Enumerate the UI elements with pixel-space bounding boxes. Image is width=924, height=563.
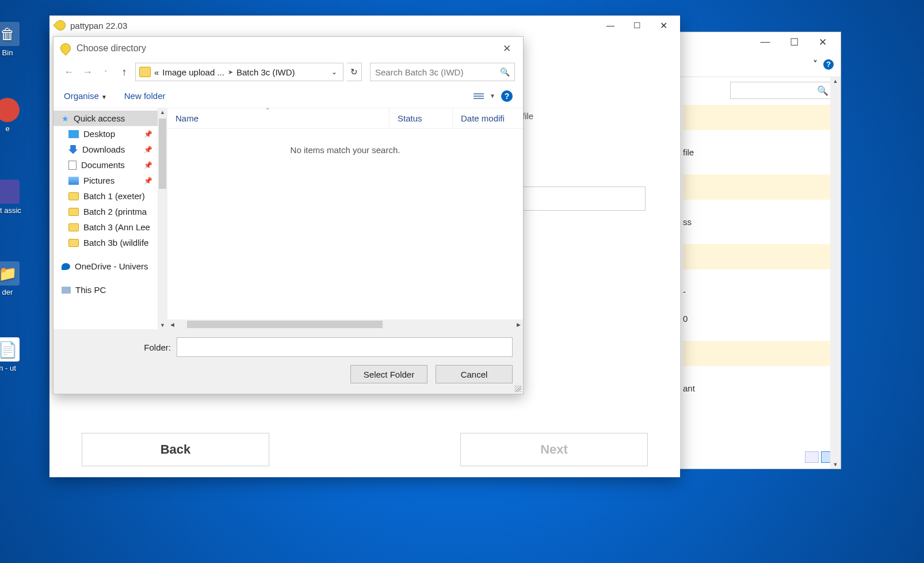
help-icon[interactable]: ? [501,90,513,102]
tree-label: Batch 3 (Ann Lee [83,222,150,232]
scrollbar[interactable] [830,77,841,469]
breadcrumb-prefix: « [154,67,159,77]
desktop-icon-label: der [2,288,13,296]
select-folder-button[interactable]: Select Folder [350,365,427,383]
refresh-button[interactable]: ↻ [347,63,362,81]
nav-back-button[interactable]: ← [62,66,77,78]
peek-label: file [522,111,646,121]
background-window: — ☐ ✕ ˅ ? 🔍 file ss - 0 ant [674,32,841,469]
toolbar: Organise▼ New folder ▼ ? [54,84,523,108]
desktop-icon-recycle-bin[interactable]: 🗑Bin [0,22,28,57]
folder-icon [68,223,79,231]
breadcrumb[interactable]: « Image upload ... ➤ Batch 3c (IWD) ⌄ [135,63,343,81]
nav-up-button[interactable]: ↑ [117,66,132,78]
organise-menu[interactable]: Organise▼ [64,91,107,101]
desktop-icon [68,130,79,138]
folder-label: Folder: [64,343,171,352]
pc-icon [62,287,71,294]
background-title-bar: — ☐ ✕ [675,32,841,52]
app-title: pattypan 22.03 [70,21,127,31]
onedrive-icon [62,263,70,270]
next-button[interactable]: Next [460,433,648,466]
folder-icon [139,67,151,77]
tree-label: Documents [81,160,125,170]
column-status[interactable]: Status [390,108,453,128]
back-button[interactable]: Back [82,433,269,466]
desktop-icon-app[interactable]: e [0,98,28,133]
desktop-icon-shortcut[interactable]: 📄n - ut [0,337,28,372]
help-icon[interactable]: ? [823,59,834,70]
desktop-icon-app[interactable]: oft assic [0,180,28,215]
horizontal-scrollbar[interactable] [167,319,523,329]
pin-icon: 📌 [144,177,152,185]
column-name[interactable]: Name⌃ [167,108,390,128]
close-button[interactable]: ✕ [495,43,518,55]
tree-label: Batch 3b (wildlife [83,238,148,248]
breadcrumb-dropdown[interactable]: ⌄ [329,68,339,76]
chevron-down-icon[interactable]: ˅ [813,59,818,70]
bg-text: ant [683,383,833,393]
choose-directory-dialog: Choose directory ✕ ← → ˅ ↑ « Image uploa… [53,36,524,394]
documents-icon [68,161,77,170]
pin-icon: 📌 [144,146,152,154]
bg-text: 0 [683,314,833,324]
dialog-footer: Folder: Select Folder Cancel [54,329,523,394]
recycle-bin-icon: 🗑 [0,22,20,46]
nav-recent-button[interactable]: ˅ [98,70,113,77]
desktop-icon-folder[interactable]: 📁der [0,261,28,296]
tree-item-pictures[interactable]: Pictures📌 [54,173,167,188]
folder-icon [68,192,79,200]
search-input[interactable]: Search Batch 3c (IWD) 🔍 [370,63,515,81]
tree-item-documents[interactable]: Documents📌 [54,157,167,173]
tree-label: Downloads [82,144,125,154]
maximize-button[interactable]: ☐ [624,17,650,34]
breadcrumb-segment[interactable]: Batch 3c (IWD) [236,67,295,77]
view-mode-button[interactable] [474,93,484,99]
breadcrumb-segment[interactable]: Image upload ... [162,67,224,77]
folder-icon [68,208,79,216]
search-placeholder: Search Batch 3c (IWD) [375,67,463,77]
new-folder-button[interactable]: New folder [124,91,166,101]
desktop-icon-label: n - ut [0,364,16,372]
empty-message: No items match your search. [167,129,523,171]
view-dropdown[interactable]: ▼ [490,93,495,99]
search-input[interactable]: 🔍 [730,82,834,99]
folder-icon [68,239,79,247]
dialog-title: Choose directory [77,43,495,54]
tree-item-folder[interactable]: Batch 2 (printma [54,204,167,219]
tree-item-desktop[interactable]: Desktop📌 [54,126,167,142]
scrollbar[interactable] [158,108,167,329]
column-date-modified[interactable]: Date modifi [453,108,523,128]
app-icon [0,180,20,204]
tree-item-folder[interactable]: Batch 1 (exeter) [54,188,167,204]
tree-item-onedrive[interactable]: OneDrive - Univers [54,258,167,274]
tree-item-downloads[interactable]: Downloads📌 [54,142,167,157]
search-icon: 🔍 [500,67,510,77]
shortcut-icon: 📄 [0,337,20,362]
minimize-button[interactable]: — [754,36,776,48]
tree-item-quick-access[interactable]: ★Quick access [54,111,167,126]
cancel-button[interactable]: Cancel [436,365,513,383]
bg-text: - [683,287,833,296]
minimize-button[interactable]: — [597,17,624,34]
tree-item-folder[interactable]: Batch 3 (Ann Lee [54,219,167,235]
nav-forward-button[interactable]: → [80,66,95,78]
desktop-icon-label: oft assic [0,206,21,215]
title-bar: pattypan 22.03 — ☐ ✕ [49,16,680,35]
search-icon: 🔍 [817,85,828,96]
tree-item-this-pc[interactable]: This PC [54,282,167,298]
pictures-icon [68,177,79,185]
close-button[interactable]: ✕ [650,17,677,34]
maximize-button[interactable]: ☐ [783,36,805,48]
navigation-row: ← → ˅ ↑ « Image upload ... ➤ Batch 3c (I… [54,60,523,84]
bg-text: file [683,147,833,157]
folder-input[interactable] [177,337,513,357]
sort-indicator-icon: ⌃ [265,107,270,113]
resize-grip[interactable] [514,385,521,392]
tree-item-folder[interactable]: Batch 3b (wildlife [54,235,167,250]
close-button[interactable]: ✕ [812,36,834,48]
path-input[interactable] [522,187,646,211]
app-icon [0,98,20,122]
desktop-icon-label: Bin [2,48,13,57]
column-headers: Name⌃ Status Date modifi [167,108,523,129]
